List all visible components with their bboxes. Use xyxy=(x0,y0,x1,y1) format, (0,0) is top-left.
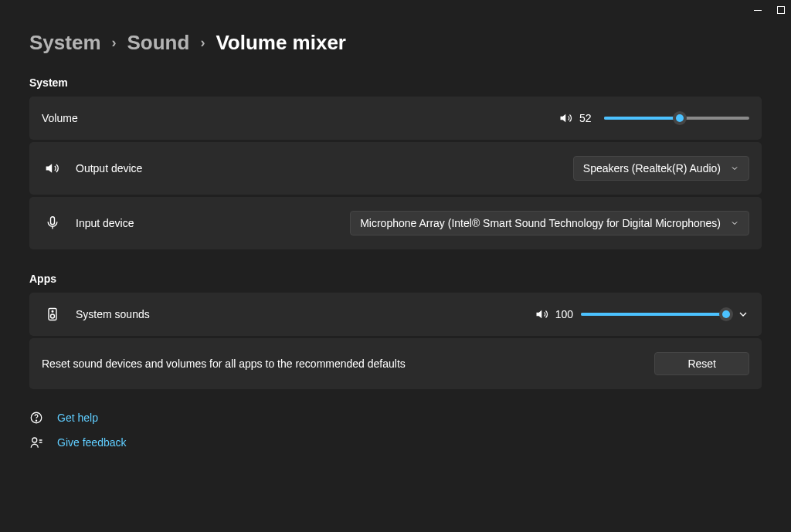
section-title-system: System xyxy=(29,76,762,89)
svg-point-5 xyxy=(36,420,36,421)
chevron-right-icon: › xyxy=(200,35,205,51)
svg-point-2 xyxy=(51,314,55,318)
give-feedback-label: Give feedback xyxy=(57,436,127,449)
speaker-icon xyxy=(45,161,60,176)
chevron-right-icon: › xyxy=(112,35,117,51)
breadcrumb-sound[interactable]: Sound xyxy=(127,31,190,55)
speaker-device-icon xyxy=(45,307,60,322)
chevron-down-icon xyxy=(730,219,739,228)
volume-card: Volume 52 xyxy=(29,97,762,140)
output-device-selected: Speakers (Realtek(R) Audio) xyxy=(583,162,721,175)
speaker-icon[interactable] xyxy=(535,307,549,321)
chevron-down-icon xyxy=(730,164,739,173)
give-feedback-link[interactable]: Give feedback xyxy=(29,435,762,449)
help-icon xyxy=(29,411,43,425)
help-links: Get help Give feedback xyxy=(29,411,762,449)
feedback-icon xyxy=(29,435,43,449)
breadcrumb: System › Sound › Volume mixer xyxy=(29,31,762,55)
reset-card: Reset sound devices and volumes for all … xyxy=(29,338,762,389)
microphone-icon xyxy=(45,215,60,231)
output-device-card: Output device Speakers (Realtek(R) Audio… xyxy=(29,142,762,195)
input-device-label: Input device xyxy=(76,217,134,229)
reset-button[interactable]: Reset xyxy=(654,352,749,375)
system-sounds-slider[interactable] xyxy=(581,307,726,322)
system-sounds-label: System sounds xyxy=(76,308,150,320)
reset-description: Reset sound devices and volumes for all … xyxy=(42,357,406,370)
system-sounds-card: System sounds 100 xyxy=(29,293,762,336)
output-device-dropdown[interactable]: Speakers (Realtek(R) Audio) xyxy=(573,156,749,181)
get-help-link[interactable]: Get help xyxy=(29,411,762,425)
volume-value: 52 xyxy=(579,112,596,124)
speaker-icon[interactable] xyxy=(559,111,573,125)
minimize-button[interactable] xyxy=(754,10,762,11)
input-device-card: Input device Microphone Array (Intel® Sm… xyxy=(29,197,762,249)
input-device-selected: Microphone Array (Intel® Smart Sound Tec… xyxy=(360,217,721,229)
breadcrumb-system[interactable]: System xyxy=(29,31,101,55)
system-sounds-value: 100 xyxy=(555,308,573,320)
svg-point-6 xyxy=(32,438,37,442)
output-device-label: Output device xyxy=(76,162,142,175)
svg-point-3 xyxy=(52,310,53,312)
window-controls xyxy=(754,6,785,14)
get-help-label: Get help xyxy=(57,412,98,424)
volume-label: Volume xyxy=(42,112,78,124)
expand-button[interactable] xyxy=(737,308,749,320)
page-title: Volume mixer xyxy=(216,31,346,55)
svg-rect-0 xyxy=(51,217,55,225)
volume-slider[interactable] xyxy=(604,110,749,126)
maximize-button[interactable] xyxy=(777,6,785,14)
input-device-dropdown[interactable]: Microphone Array (Intel® Smart Sound Tec… xyxy=(350,211,749,236)
section-title-apps: Apps xyxy=(29,273,762,285)
